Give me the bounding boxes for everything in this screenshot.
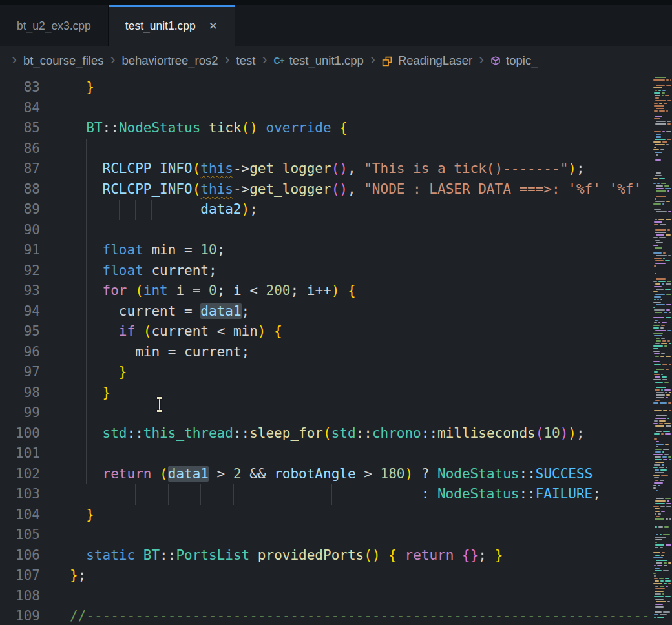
breadcrumb-item-test[interactable]: test — [236, 54, 256, 68]
code-line[interactable]: 91 float min = 10; — [0, 240, 672, 261]
line-number[interactable]: 108 — [0, 586, 40, 607]
line-number[interactable]: 97 — [0, 362, 40, 383]
indent-whitespace — [70, 364, 119, 380]
code-line[interactable]: 84 — [0, 98, 672, 119]
breadcrumb-item-behaviortree-ros2[interactable]: behaviortree_ros2 — [121, 54, 218, 68]
minimap-line — [653, 482, 671, 484]
line-number[interactable]: 101 — [0, 444, 40, 464]
code-line[interactable]: 93 for (int i = 0; i < 200; i++) { — [0, 281, 672, 302]
code-line[interactable]: 102 return (data1 > 2 && robotAngle > 18… — [0, 464, 672, 485]
minimap-mark — [653, 325, 660, 326]
code-token: return — [405, 548, 454, 563]
line-number[interactable]: 83 — [0, 77, 40, 98]
code-line[interactable]: 99 — [0, 403, 672, 424]
minimap-mark — [664, 312, 667, 313]
code-line[interactable]: 87 RCLCPP_INFO(this->get_logger(), "This… — [0, 159, 672, 179]
breadcrumb-item-test-unit1-cpp[interactable]: C+ test_unit1.cpp — [273, 54, 364, 68]
minimap-mark — [666, 110, 668, 112]
minimap-mark — [656, 560, 667, 561]
minimap-line — [653, 317, 671, 318]
code-line[interactable]: 83 } — [0, 77, 672, 98]
cpp-file-icon: C+ — [273, 56, 284, 66]
code-line[interactable]: 108 — [0, 586, 672, 607]
minimap-mark — [666, 131, 671, 132]
code-line[interactable]: 100 std::this_thread::sleep_for(std::chr… — [0, 424, 672, 444]
breadcrumb-item-bt-course-files[interactable]: bt_course_files — [23, 54, 103, 68]
code-line[interactable]: 92 float current; — [0, 261, 672, 282]
minimap-mark — [666, 356, 671, 357]
minimap-line — [653, 451, 671, 453]
line-number[interactable]: 92 — [0, 261, 40, 282]
line-number[interactable]: 95 — [0, 322, 40, 342]
code-line[interactable]: 107}; — [0, 566, 672, 586]
minimap-mark — [654, 420, 658, 422]
minimap-mark — [655, 175, 662, 176]
line-number[interactable]: 91 — [0, 240, 40, 261]
code-line[interactable]: 86 — [0, 139, 672, 159]
code-line[interactable]: 105 — [0, 525, 672, 546]
code-line[interactable]: 98 } — [0, 383, 672, 404]
line-number[interactable]: 86 — [0, 139, 40, 159]
code-area[interactable]: 83 }8485 BT::NodeStatus tick() override … — [0, 75, 672, 625]
minimap[interactable] — [651, 75, 672, 625]
minimap-mark — [655, 219, 657, 220]
minimap-mark — [654, 322, 657, 323]
line-number[interactable]: 84 — [0, 98, 40, 119]
code-line[interactable]: 106 static BT::PortsList providedPorts()… — [0, 546, 672, 566]
code-line[interactable]: 90 — [0, 220, 672, 241]
code-token: for — [103, 283, 127, 298]
minimap-mark — [662, 379, 667, 380]
line-number[interactable]: 98 — [0, 383, 40, 404]
minimap-line — [653, 312, 671, 313]
code-line[interactable]: 85 BT::NodeStatus tick() override { — [0, 118, 672, 139]
line-number[interactable]: 103 — [0, 484, 40, 505]
code-text: RCLCPP_INFO(this->get_logger(), "This is… — [70, 159, 585, 179]
code-line[interactable]: 94 current = data1; — [0, 302, 672, 322]
tab-bt-u2-ex3[interactable]: bt_u2_ex3.cpp — [0, 5, 109, 46]
line-number[interactable]: 105 — [0, 525, 40, 546]
close-icon[interactable]: ✕ — [209, 21, 218, 32]
line-number[interactable]: 96 — [0, 342, 40, 363]
line-number[interactable]: 89 — [0, 200, 40, 220]
line-number[interactable]: 85 — [0, 118, 40, 139]
line-number[interactable]: 99 — [0, 403, 40, 424]
code-line[interactable]: 89 data2); — [0, 200, 672, 220]
minimap-mark — [654, 265, 656, 267]
code-line[interactable]: 95 if (current < min) { — [0, 322, 672, 342]
line-number[interactable]: 88 — [0, 179, 40, 200]
line-number[interactable]: 93 — [0, 281, 40, 302]
line-number[interactable]: 102 — [0, 464, 40, 485]
line-number[interactable]: 109 — [0, 606, 40, 625]
minimap-line — [653, 413, 671, 414]
minimap-mark — [654, 296, 661, 298]
code-token: 0 — [209, 283, 217, 298]
breadcrumb-item-readinglaser[interactable]: ReadingLaser — [382, 54, 472, 68]
line-number[interactable]: 90 — [0, 220, 40, 241]
minimap-mark — [654, 92, 660, 94]
code-line[interactable]: 88 RCLCPP_INFO(this->get_logger(), "NODE… — [0, 179, 672, 200]
minimap-mark — [659, 110, 665, 112]
code-line[interactable]: 101 — [0, 444, 672, 464]
code-token: ( — [536, 425, 544, 441]
line-number[interactable]: 87 — [0, 159, 40, 179]
code-line[interactable]: 104 } — [0, 505, 672, 526]
line-number[interactable]: 104 — [0, 505, 40, 526]
breadcrumb-item-topic[interactable]: topic_ — [490, 54, 538, 68]
minimap-mark — [662, 364, 667, 365]
minimap-mark — [656, 196, 666, 197]
minimap-mark — [655, 418, 666, 419]
code-token: tick — [209, 120, 242, 136]
breadcrumb-label: test_unit1.cpp — [289, 54, 364, 68]
line-number[interactable]: 107 — [0, 566, 40, 586]
code-token: () — [242, 120, 258, 136]
line-number[interactable]: 94 — [0, 302, 40, 322]
code-line[interactable]: 97 } — [0, 362, 672, 383]
tab-test-unit1[interactable]: test_unit1.cpp ✕ — [109, 5, 235, 46]
minimap-line — [653, 345, 671, 347]
line-number[interactable]: 106 — [0, 546, 40, 566]
code-line[interactable]: 96 min = current; — [0, 342, 672, 363]
code-line[interactable]: 103 : NodeStatus::FAILURE; — [0, 484, 672, 505]
code-line[interactable]: 109//-----------------------------------… — [0, 606, 672, 625]
line-number[interactable]: 100 — [0, 424, 40, 444]
code-token — [200, 120, 209, 136]
